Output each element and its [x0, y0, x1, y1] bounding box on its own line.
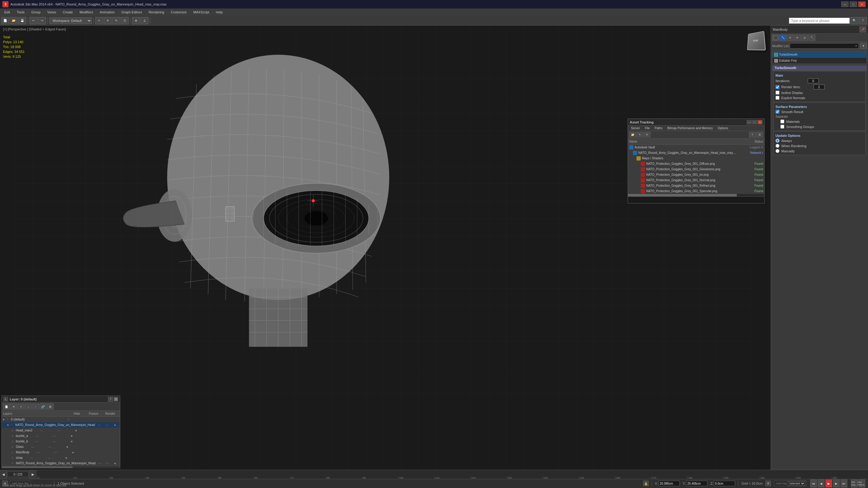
always-radio[interactable]	[776, 139, 779, 142]
motion-tab[interactable]: ⟳	[794, 35, 801, 41]
move-button[interactable]: ✛	[104, 17, 112, 24]
layer-delete-button[interactable]: ✕	[10, 403, 17, 410]
play-button[interactable]: ▶	[826, 480, 832, 487]
next-frame-button[interactable]: ▶	[833, 480, 840, 487]
workspace-dropdown[interactable]: Workspace: Default	[49, 17, 92, 24]
select-button[interactable]: ↖	[95, 17, 103, 24]
menu-graph-editors[interactable]: Graph Editors	[118, 10, 145, 14]
modifier-editable-poly[interactable]: Editable Poly	[772, 58, 866, 64]
modifier-turbosmooth[interactable]: TurboSmooth	[772, 52, 866, 58]
search-button[interactable]: 🔍	[850, 17, 858, 24]
scale-button[interactable]: ⊡	[121, 17, 129, 24]
angle-snap-button[interactable]: ∠	[141, 17, 149, 24]
help-button[interactable]: ?	[859, 17, 867, 24]
when-rendering-radio[interactable]	[776, 144, 779, 148]
layer-tool-3[interactable]: ↑	[32, 403, 39, 410]
key-filters-button[interactable]: Key Filters...	[859, 480, 865, 487]
new-button[interactable]: 📄	[1, 17, 9, 24]
asset-options-button[interactable]: ⚙	[756, 132, 763, 137]
layer-row-mainbody[interactable]: △ MainBody — — ■	[2, 450, 120, 455]
render-iters-input[interactable]	[813, 85, 825, 89]
lock-icon[interactable]: 🔒	[643, 481, 649, 486]
timeline-track[interactable]: 0 10 20 30 40 50 60 70 80 90 100 110 120…	[37, 470, 868, 479]
panel-pin-button[interactable]: 📌	[860, 27, 866, 33]
asset-close-button[interactable]: ✕	[757, 120, 763, 124]
asset-tool-3[interactable]: ⟳	[644, 132, 650, 137]
maximize-button[interactable]: □	[850, 2, 857, 7]
layer-row-default[interactable]: ▶ □ 0 (default) ✓	[2, 417, 120, 422]
asset-menu-paths[interactable]: Paths	[653, 126, 664, 130]
asset-restore-button[interactable]: □	[752, 120, 757, 124]
layer-add-button[interactable]: +	[18, 403, 24, 410]
layer-row-headman[interactable]: △ Head_man2 — — ■	[2, 428, 120, 433]
menu-rendering[interactable]: Rendering	[146, 10, 167, 14]
timeline-next-button[interactable]: ▶	[29, 470, 36, 479]
minimize-button[interactable]: —	[841, 2, 848, 7]
asset-row-vault[interactable]: Autodesk Vault Logged O	[628, 145, 764, 150]
layer-tool-1[interactable]: 📋	[3, 403, 10, 410]
x-input[interactable]	[658, 481, 680, 486]
modify-tab[interactable]: 🔧	[779, 35, 786, 41]
y-input[interactable]	[686, 481, 707, 486]
asset-tool-2[interactable]: ✎	[637, 132, 643, 137]
menu-customize[interactable]: Customize	[168, 10, 190, 14]
asset-row-refract[interactable]: NATO_Protection_Goggles_Grey_001_Refract…	[628, 183, 764, 189]
undo-button[interactable]: ↩	[30, 17, 37, 24]
asset-row-ior[interactable]: NATO_Protection_Goggles_Grey_001_lor.png…	[628, 172, 764, 177]
frame-counter[interactable]: 0 / 225	[7, 471, 29, 477]
menu-help[interactable]: Help	[213, 10, 226, 14]
utilities-tab[interactable]: 🔨	[809, 35, 815, 41]
goto-start-button[interactable]: ⏮	[810, 480, 817, 487]
menu-maxscript[interactable]: MAXScript	[190, 10, 212, 14]
save-button[interactable]: 💾	[18, 17, 26, 24]
layer-tool-4[interactable]: 🔗	[39, 403, 46, 410]
manually-radio[interactable]	[776, 149, 779, 153]
asset-tool-1[interactable]: 📁	[629, 132, 636, 137]
nav-cube-box[interactable]: TOP	[747, 31, 766, 51]
asset-row-diffuse[interactable]: NATO_Protection_Goggles_Grey_001_Diffuse…	[628, 161, 764, 167]
asset-row-normal[interactable]: NATO_Protection_Goggles_Grey_001_Normal.…	[628, 177, 764, 183]
redo-button[interactable]: ↪	[38, 17, 46, 24]
menu-create[interactable]: Create	[60, 10, 76, 14]
rotate-button[interactable]: ↻	[112, 17, 120, 24]
time-dropdown[interactable]: Selected	[788, 481, 805, 486]
prev-frame-button[interactable]: ◀	[818, 480, 825, 487]
asset-menu-server[interactable]: Server	[629, 126, 642, 130]
create-tab[interactable]: ⬛	[772, 35, 779, 41]
set-key-button[interactable]: Set Key	[851, 480, 858, 487]
nav-cube[interactable]: TOP	[743, 29, 768, 53]
layer-row-buckle-a[interactable]: △ buckle_a — — ■	[2, 433, 120, 439]
search-input[interactable]	[789, 18, 850, 24]
smooth-result-checkbox[interactable]	[776, 110, 779, 114]
layer-row-strap[interactable]: △ strap — — ■	[2, 455, 120, 461]
layer-tool-2[interactable]: ↓	[25, 403, 32, 410]
layers-help-button[interactable]: ?	[108, 397, 113, 402]
asset-help-button[interactable]: ?	[749, 132, 756, 137]
materials-checkbox[interactable]	[780, 120, 784, 124]
asset-menu-file[interactable]: File	[643, 126, 651, 130]
close-button[interactable]: ✕	[858, 2, 866, 7]
open-button[interactable]: 📂	[10, 17, 18, 24]
modifier-list-dropdown[interactable]: ▼	[790, 43, 859, 48]
menu-views[interactable]: Views	[44, 10, 59, 14]
asset-row-specular[interactable]: NATO_Protection_Goggles_Grey_001_Specula…	[628, 189, 764, 194]
z-input[interactable]	[714, 481, 735, 486]
hierarchy-tab[interactable]: H	[787, 35, 794, 41]
menu-tools[interactable]: Tools	[14, 10, 28, 14]
layers-scrollbar[interactable]	[2, 466, 120, 468]
menu-group[interactable]: Group	[28, 10, 44, 14]
layers-close-button[interactable]: ✕	[114, 397, 118, 401]
layer-row-buckle-b[interactable]: △ buckle_b — — ■	[2, 439, 120, 444]
menu-animation[interactable]: Animation	[97, 10, 118, 14]
timeline-prev-button[interactable]: ◀	[0, 470, 7, 479]
goto-end-button[interactable]: ⏭	[841, 480, 847, 487]
asset-row-glossiness[interactable]: NATO_Protection_Goggles_Grey_001_Glossin…	[628, 167, 764, 172]
menu-modifiers[interactable]: Modifiers	[76, 10, 96, 14]
snap-button[interactable]: ⊕	[132, 17, 140, 24]
asset-menu-options[interactable]: Options	[716, 126, 730, 130]
modifier-options-button[interactable]: ▼	[860, 43, 867, 49]
layer-tool-5[interactable]: ⊞	[47, 403, 54, 410]
layer-row-glass[interactable]: △ Glass — — ■	[2, 444, 120, 450]
iterations-input[interactable]	[808, 78, 819, 83]
magnet-icon[interactable]: ⚙	[766, 481, 771, 486]
